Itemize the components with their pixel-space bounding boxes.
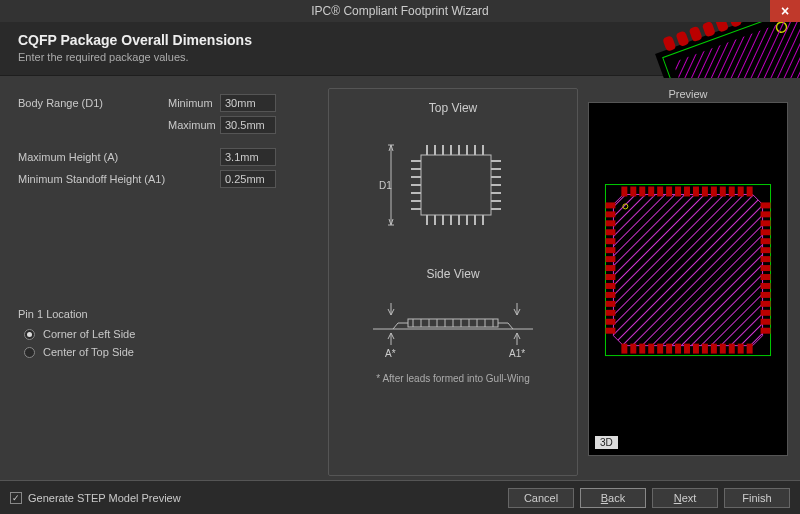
svg-rect-93 [702, 344, 708, 354]
svg-rect-122 [761, 274, 771, 280]
svg-rect-96 [729, 344, 735, 354]
svg-rect-95 [720, 344, 726, 354]
pin1-center-radio[interactable]: Center of Top Side [24, 346, 328, 358]
svg-rect-116 [761, 220, 771, 226]
preview-3d-toggle[interactable]: 3D [595, 436, 618, 449]
svg-rect-75 [675, 187, 681, 197]
svg-rect-73 [657, 187, 663, 197]
svg-rect-113 [605, 328, 615, 334]
top-view-label: Top View [429, 101, 477, 115]
svg-rect-94 [711, 344, 717, 354]
svg-rect-79 [711, 187, 717, 197]
pin1-corner-label: Corner of Left Side [43, 328, 135, 340]
svg-rect-111 [605, 310, 615, 316]
pin1-section-label: Pin 1 Location [18, 308, 328, 320]
svg-rect-74 [666, 187, 672, 197]
svg-marker-67 [613, 194, 762, 345]
footer-bar: Generate STEP Model Preview Cancel Back … [0, 480, 800, 514]
svg-rect-71 [639, 187, 645, 197]
svg-rect-88 [657, 344, 663, 354]
body-range-label: Body Range (D1) [18, 97, 168, 109]
svg-rect-82 [738, 187, 744, 197]
svg-rect-128 [761, 328, 771, 334]
min-standoff-input[interactable] [220, 170, 276, 188]
svg-rect-105 [605, 256, 615, 262]
svg-rect-76 [684, 187, 690, 197]
svg-rect-110 [605, 301, 615, 307]
next-button[interactable]: Next [652, 488, 718, 508]
body-range-min-input[interactable] [220, 94, 276, 112]
maximum-label: Maximum [168, 119, 212, 131]
radio-icon [24, 347, 35, 358]
svg-rect-118 [761, 238, 771, 244]
svg-rect-90 [675, 344, 681, 354]
content-area: Body Range (D1) Minimum Maximum Maximum … [0, 76, 800, 476]
max-height-label: Maximum Height (A) [18, 151, 168, 163]
svg-rect-123 [761, 283, 771, 289]
svg-rect-80 [720, 187, 726, 197]
svg-rect-81 [729, 187, 735, 197]
svg-rect-78 [702, 187, 708, 197]
svg-rect-125 [761, 301, 771, 307]
svg-rect-89 [666, 344, 672, 354]
svg-rect-100 [605, 211, 615, 217]
svg-rect-69 [621, 187, 627, 197]
body-range-max-input[interactable] [220, 116, 276, 134]
svg-rect-104 [605, 247, 615, 253]
step-preview-label: Generate STEP Model Preview [28, 492, 181, 504]
svg-rect-126 [761, 310, 771, 316]
finish-button[interactable]: Finish [724, 488, 790, 508]
svg-rect-121 [761, 265, 771, 271]
svg-rect-106 [605, 265, 615, 271]
svg-rect-87 [648, 344, 654, 354]
back-button[interactable]: Back [580, 488, 646, 508]
preview-viewport[interactable]: 3D [588, 102, 788, 456]
d1-label: D1 [379, 180, 392, 191]
close-button[interactable]: × [770, 0, 800, 22]
form-column: Body Range (D1) Minimum Maximum Maximum … [18, 88, 328, 476]
svg-rect-127 [761, 319, 771, 325]
svg-rect-77 [693, 187, 699, 197]
svg-rect-115 [761, 211, 771, 217]
preview-label: Preview [588, 88, 788, 100]
svg-rect-92 [693, 344, 699, 354]
titlebar: IPC® Compliant Footprint Wizard × [0, 0, 800, 22]
svg-rect-117 [761, 229, 771, 235]
side-view-diagram: A* A1* [353, 291, 553, 363]
min-standoff-label: Minimum Standoff Height (A1) [18, 173, 168, 185]
window-title: IPC® Compliant Footprint Wizard [311, 4, 489, 18]
pin1-corner-radio[interactable]: Corner of Left Side [24, 328, 328, 340]
svg-rect-112 [605, 319, 615, 325]
svg-rect-114 [761, 202, 771, 208]
svg-rect-70 [630, 187, 636, 197]
svg-rect-109 [605, 292, 615, 298]
svg-rect-120 [761, 256, 771, 262]
diagram-panel: Top View D1 [328, 88, 578, 476]
diagram-footnote: * After leads formed into Gull-Wing [376, 373, 529, 384]
svg-rect-107 [605, 274, 615, 280]
svg-rect-103 [605, 238, 615, 244]
svg-rect-83 [747, 187, 753, 197]
cancel-button[interactable]: Cancel [508, 488, 574, 508]
svg-rect-99 [605, 202, 615, 208]
preview-column: Preview 3D [588, 88, 788, 476]
svg-rect-86 [639, 344, 645, 354]
svg-rect-101 [605, 220, 615, 226]
side-view-label: Side View [426, 267, 479, 281]
minimum-label: Minimum [168, 97, 212, 109]
svg-rect-97 [738, 344, 744, 354]
svg-rect-102 [605, 229, 615, 235]
wizard-header: CQFP Package Overall Dimensions Enter th… [0, 22, 800, 76]
max-height-input[interactable] [220, 148, 276, 166]
step-preview-checkbox[interactable] [10, 492, 22, 504]
a-label: A* [385, 348, 396, 359]
svg-rect-91 [684, 344, 690, 354]
svg-rect-84 [621, 344, 627, 354]
svg-rect-119 [761, 247, 771, 253]
close-icon: × [781, 3, 789, 19]
svg-rect-108 [605, 283, 615, 289]
pin1-center-label: Center of Top Side [43, 346, 134, 358]
svg-rect-85 [630, 344, 636, 354]
svg-rect-98 [747, 344, 753, 354]
svg-rect-72 [648, 187, 654, 197]
